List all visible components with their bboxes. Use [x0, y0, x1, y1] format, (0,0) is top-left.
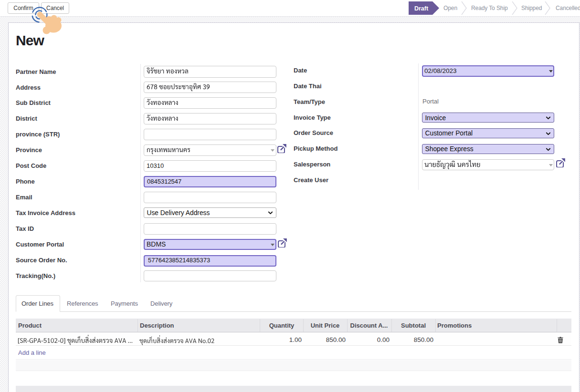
- svg-text:Draft: Draft: [414, 5, 429, 12]
